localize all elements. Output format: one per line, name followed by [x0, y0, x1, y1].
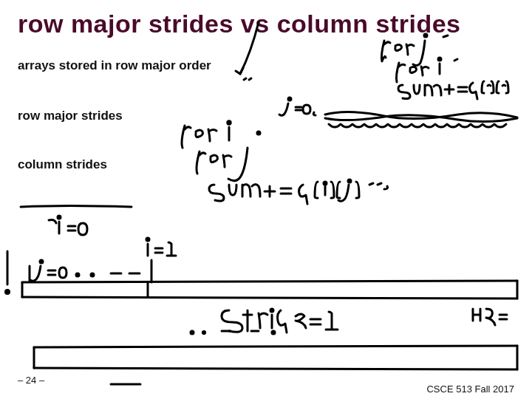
svg-point-7 [58, 216, 61, 219]
subhead-row-major-order: arrays stored in row major order [18, 58, 514, 73]
svg-point-12 [91, 273, 94, 276]
svg-point-10 [40, 260, 43, 263]
svg-point-13 [270, 309, 273, 312]
svg-point-2 [288, 98, 291, 100]
course-footer: CSCE 513 Fall 2017 [426, 383, 514, 395]
subhead-column-strides: column strides [18, 157, 514, 172]
svg-point-8 [6, 290, 10, 294]
svg-point-9 [146, 238, 149, 241]
svg-point-6 [348, 180, 351, 183]
svg-point-14 [191, 331, 194, 334]
page-number: – 24 – [18, 375, 44, 386]
subhead-row-major-strides: row major strides [18, 109, 514, 123]
svg-point-4 [257, 132, 260, 134]
svg-point-16 [272, 331, 275, 334]
svg-point-5 [324, 182, 327, 185]
slide: row major strides vs column strides arra… [0, 0, 532, 399]
svg-point-11 [76, 273, 79, 276]
page-title: row major strides vs column strides [18, 10, 514, 38]
svg-point-15 [202, 331, 205, 333]
